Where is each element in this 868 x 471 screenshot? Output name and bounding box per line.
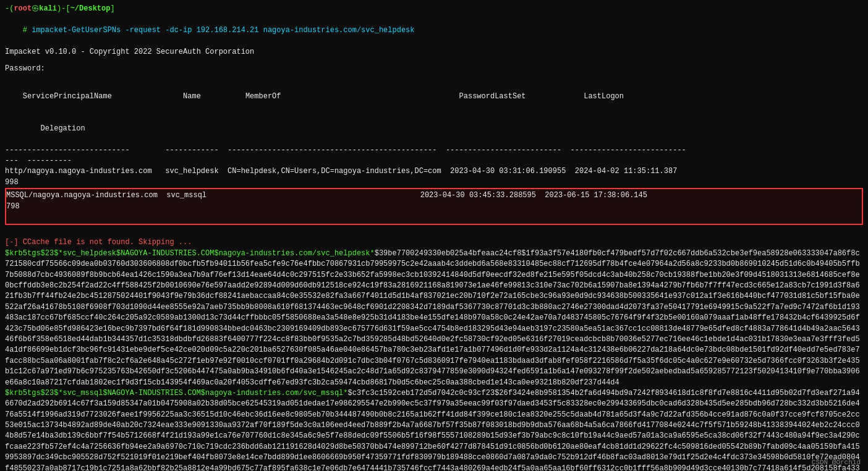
terminal-window: -(root㉿kali)-[~/Desktop] # impacket-GetU… <box>0 0 868 471</box>
prompt-dash: -( <box>5 4 14 14</box>
separator-line: ---------------------------- -----------… <box>5 145 863 156</box>
hash1-data: $39be7700249330eb025a4bfeaac24cf8$1f93a3… <box>5 249 860 387</box>
table-row-1b: 998 <box>5 177 863 188</box>
table-header-row2: Delegation <box>5 113 863 145</box>
prompt-hash: # <box>23 26 32 35</box>
command-text: impacket-GetUserSPNs -request -dc-ip 192… <box>32 26 414 35</box>
separator-line2: --- ---------- <box>5 156 863 166</box>
highlighted-row: MSSQL/nagoya.nagoya-industries.com svc_m… <box>5 188 863 225</box>
hash1-line: $krb5tgs$23$*svc_helpdesk$NAGOYA-INDUSTR… <box>5 248 863 388</box>
hash2-label: $krb5tgs$23$*svc_mssql$NAGOYA-INDUSTRIES… <box>5 389 348 397</box>
hash1-label: $krb5tgs$23$*svc_helpdesk$NAGOYA-INDUSTR… <box>5 249 375 258</box>
header-name: Name <box>183 92 245 101</box>
table-row-1: http/nagoya.nagoya-industries.com svc_he… <box>5 166 863 177</box>
hash2-line: $krb5tgs$23$*svc_mssql$NAGOYA-INDUSTRIES… <box>5 388 863 471</box>
prompt-line-1: -(root㉿kali)-[~/Desktop] <box>5 4 863 14</box>
command-line: # impacket-GetUserSPNs -request -dc-ip 1… <box>5 14 863 46</box>
header-ll: LastLogon <box>584 92 624 101</box>
table-row-2b: 798 <box>6 202 862 212</box>
header-delegation: Delegation <box>23 124 85 133</box>
prompt-bracket-close: )-[ <box>57 4 70 14</box>
prompt-path: ~/Desktop <box>70 4 111 14</box>
password-label: Password: <box>5 64 863 74</box>
table-row-2: MSSQL/nagoya.nagoya-industries.com svc_m… <box>6 190 862 201</box>
header-memberof: MemberOf <box>245 92 459 101</box>
hash2-data: $c3fc3c1592ceb172d5d7042c0c93cf23$26f342… <box>5 389 860 471</box>
prompt-root: root <box>14 4 32 14</box>
impacket-version: Impacket v0.10.0 - Copyright 2022 Secure… <box>5 47 863 57</box>
row-spacer <box>6 212 862 223</box>
prompt-host: kali <box>39 4 57 14</box>
header-spn: ServicePrincipalName <box>23 92 183 101</box>
watermark: CSDN @Orch1d <box>812 459 861 466</box>
prompt-at: ㉿ <box>32 4 39 14</box>
header-pls: PasswordLastSet <box>459 92 584 101</box>
table-header-row: ServicePrincipalName Name MemberOf Passw… <box>5 80 863 112</box>
ccache-notice: [-] CCache file is not found. Skipping .… <box>5 237 863 248</box>
prompt-bracket-end: ] <box>110 4 114 14</box>
